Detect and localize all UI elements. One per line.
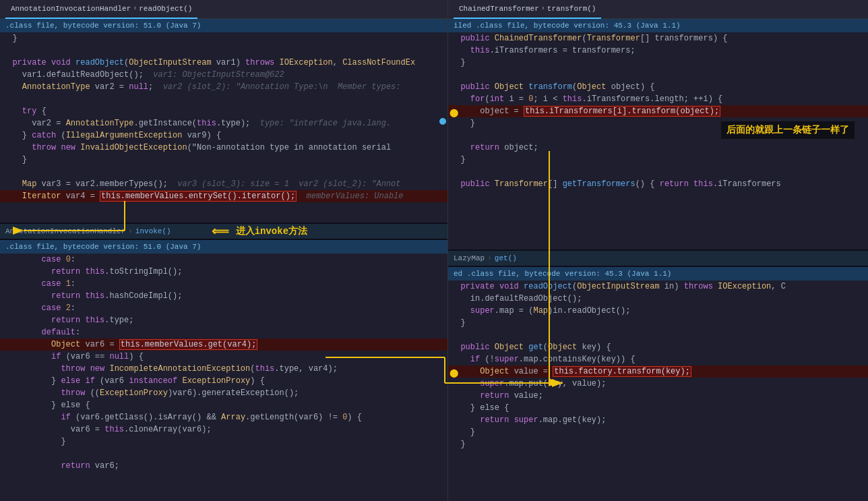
right-bottom-section: ed .class file, bytecode version: 45.3 (… — [448, 266, 868, 501]
code-line: return super.map.get(key); — [448, 414, 868, 426]
code-line: return this.type; — [0, 314, 447, 326]
code-line: throw new IncompleteAnnotationException(… — [0, 363, 447, 375]
tab-annotation-readobject[interactable]: AnnotationInvocationHandler › readObject… — [5, 0, 197, 19]
code-line: case 0: — [0, 254, 447, 266]
code-line — [448, 69, 868, 81]
code-line-highlighted: Object var6 = this.memberValues.get(var4… — [0, 338, 447, 351]
breadcrumb-class: LazyMap — [454, 254, 485, 262]
left-bottom-section: .class file, bytecode version: 51.0 (Jav… — [0, 239, 447, 501]
code-line: } — [448, 317, 868, 329]
code-line: } catch (IllegalArgumentException var9) … — [0, 129, 447, 142]
code-line: for(int i = 0; i < this.iTransformers.le… — [448, 93, 868, 105]
code-line-highlighted: ⬤ object = this.iTransformers[i].transfo… — [448, 105, 868, 117]
tab-class-name: ChainedTransformer — [459, 5, 539, 13]
code-line: super.map = (Map)in.readObject(); — [448, 305, 868, 317]
right-top-tab-bar: ChainedTransformer › transform() — [448, 0, 868, 19]
code-line: Map var3 = var2.memberTypes(); var3 (slo… — [0, 178, 447, 190]
code-line — [448, 329, 868, 341]
tab-class-name: AnnotationInvocationHandler — [11, 5, 131, 13]
right-top-code: public ChainedTransformer(Transformer[] … — [448, 32, 868, 249]
code-line: } — [0, 32, 447, 45]
code-line: } — [0, 154, 447, 166]
code-line: } — [0, 436, 447, 448]
main-container: AnnotationInvocationHandler › readObject… — [0, 0, 868, 501]
code-line: this.iTransformers = transformers; — [448, 45, 868, 57]
code-line-highlighted: ⬤ Object value = this.factory.transform(… — [448, 365, 868, 378]
code-line: throw new InvalidObjectException("Non-an… — [0, 142, 447, 154]
breadcrumb-method: invoke() — [135, 227, 171, 235]
code-line: if (var6.getClass().isArray() && Array.g… — [0, 411, 447, 423]
left-top-tab-bar: AnnotationInvocationHandler › readObject… — [0, 0, 447, 19]
code-line: case 2: — [0, 302, 447, 314]
code-line: } else { — [448, 402, 868, 414]
right-bottom-file-info: ed .class file, bytecode version: 45.3 (… — [448, 267, 868, 281]
right-top-section: ChainedTransformer › transform() iled .c… — [448, 0, 868, 249]
code-line: public ChainedTransformer(Transformer[] … — [448, 32, 868, 45]
code-line — [448, 166, 868, 178]
left-top-section: AnnotationInvocationHandler › readObject… — [0, 0, 447, 223]
code-line: try { — [0, 105, 447, 117]
arrow-left: ⟸ — [212, 224, 229, 239]
code-line: AnnotationType var2 = null; var2 (slot_2… — [0, 81, 447, 93]
left-bottom-breadcrumb: AnnotationInvocationHandler › invoke() ⟸… — [0, 223, 447, 239]
left-top-code: } private void readObject(ObjectInputStr… — [0, 32, 447, 223]
left-pane: AnnotationInvocationHandler › readObject… — [0, 0, 448, 501]
right-top-file-info: iled .class file, bytecode version: 45.3… — [448, 19, 868, 32]
code-line: var1.defaultReadObject(); var1: ObjectIn… — [0, 69, 447, 81]
code-line: case 1: — [0, 278, 447, 290]
annotation-chain: 后面的就跟上一条链子一样了 — [721, 121, 855, 139]
breadcrumb-class: AnnotationInvocationHandler — [5, 227, 125, 235]
code-line — [0, 45, 447, 57]
code-line: return object; — [448, 142, 868, 154]
breakpoint-dot — [439, 118, 446, 125]
code-line: var2 = AnnotationType.getInstance(this.t… — [0, 117, 447, 129]
code-line: private void readObject(ObjectInputStrea… — [0, 57, 447, 69]
code-line: public Transformer[] getTransformers() {… — [448, 178, 868, 190]
code-line: } — [448, 154, 868, 166]
code-line — [0, 448, 447, 460]
left-top-file-info: .class file, bytecode version: 51.0 (Jav… — [0, 19, 447, 32]
breadcrumb-method: get() — [495, 254, 517, 262]
code-line: } else if (var6 instanceof ExceptionProx… — [0, 375, 447, 387]
annotation-invoke: 进入invoke方法 — [236, 225, 307, 237]
code-line: return value; — [448, 390, 868, 402]
code-line: } — [448, 438, 868, 450]
code-line: return this.hashCodeImpl(); — [0, 290, 447, 302]
tab-method-name: readObject() — [139, 5, 192, 13]
left-bottom-file-info: .class file, bytecode version: 51.0 (Jav… — [0, 240, 447, 254]
code-line-highlighted: Iterator var4 = this.memberValues.entryS… — [0, 190, 447, 202]
code-line: super.map.put(key, value); — [448, 378, 868, 390]
right-pane: ChainedTransformer › transform() iled .c… — [448, 0, 868, 501]
code-line — [0, 93, 447, 105]
code-line: private void readObject(ObjectInputStrea… — [448, 281, 868, 293]
tab-method-name: transform() — [547, 5, 596, 13]
code-line: var6 = this.cloneArray(var6); — [0, 423, 447, 436]
code-line — [0, 166, 447, 178]
code-line: in.defaultReadObject(); — [448, 293, 868, 305]
code-line: if (!super.map.containsKey(key)) { — [448, 353, 868, 365]
code-line: public Object get(Object key) { — [448, 341, 868, 353]
code-line: default: — [0, 326, 447, 338]
right-bottom-code: private void readObject(ObjectInputStrea… — [448, 281, 868, 501]
right-bottom-breadcrumb: LazyMap › get() — [448, 249, 868, 266]
code-line: return var6; — [0, 460, 447, 472]
left-bottom-code: case 0: return this.toStringImpl(); case… — [0, 254, 447, 501]
code-line: public Object transform(Object object) { — [448, 81, 868, 93]
code-line: return this.toStringImpl(); — [0, 266, 447, 278]
code-line: throw ((ExceptionProxy)var6).generateExc… — [0, 387, 447, 399]
code-line: } else { — [0, 399, 447, 411]
code-line: } — [448, 426, 868, 438]
code-line: if (var6 == null) { — [0, 351, 447, 363]
tab-chained-transform[interactable]: ChainedTransformer › transform() — [454, 0, 601, 19]
code-line: } — [448, 57, 868, 69]
